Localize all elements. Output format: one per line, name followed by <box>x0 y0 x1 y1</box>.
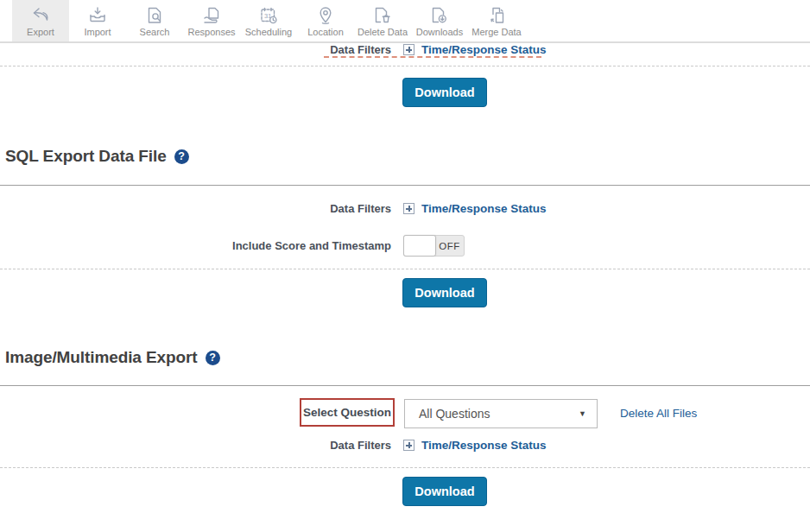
toolbar-item-location[interactable]: Location <box>297 0 354 41</box>
expand-plus-icon[interactable] <box>403 44 414 55</box>
download-button-csv[interactable]: Download <box>402 78 487 107</box>
annotation-dashed-underline <box>324 56 541 58</box>
filter-row-media: Data Filters Time/Response Status <box>0 439 810 452</box>
section-title-media: Image/Multimedia Export <box>5 348 198 367</box>
downloads-icon <box>428 4 451 26</box>
export-icon <box>29 4 52 26</box>
select-question-label: Select Question <box>303 406 391 419</box>
responses-icon <box>200 4 223 26</box>
toolbar-item-label: Delete Data <box>358 27 408 39</box>
expand-plus-icon[interactable] <box>403 440 414 451</box>
question-select-value: All Questions <box>419 407 490 421</box>
delete-data-icon <box>371 4 394 26</box>
location-icon <box>314 4 337 26</box>
toolbar-item-search[interactable]: Search <box>126 0 183 41</box>
data-filters-label: Data Filters <box>0 43 391 56</box>
merge-data-icon <box>485 4 508 26</box>
filter-row-csv: Data Filters Time/Response Status <box>0 43 810 56</box>
dashed-separator <box>0 269 810 269</box>
filter-row-sql: Data Filters Time/Response Status <box>0 202 810 215</box>
toolbar-item-label: Scheduling <box>245 27 292 39</box>
section-title-sql: SQL Export Data File <box>5 147 167 166</box>
question-select[interactable]: All Questions ▼ <box>404 399 598 428</box>
delete-all-files-link[interactable]: Delete All Files <box>620 407 697 420</box>
toolbar-item-label: Downloads <box>416 27 463 39</box>
toolbar: Export Import Search <box>0 0 810 43</box>
expand-plus-icon[interactable] <box>403 203 414 214</box>
data-filters-label: Data Filters <box>0 202 391 215</box>
toolbar-item-label: Merge Data <box>471 27 521 39</box>
section-separator <box>0 385 810 386</box>
toolbar-item-label: Search <box>140 27 170 39</box>
toolbar-item-export[interactable]: Export <box>12 0 69 41</box>
time-response-status-link[interactable]: Time/Response Status <box>421 202 547 215</box>
section-heading-sql: SQL Export Data File ? <box>5 145 189 168</box>
help-icon[interactable]: ? <box>206 351 220 365</box>
download-button-sql[interactable]: Download <box>402 278 487 307</box>
include-score-row: Include Score and Timestamp OFF <box>0 235 810 256</box>
toolbar-item-label: Responses <box>187 27 235 39</box>
help-icon[interactable]: ? <box>174 149 189 164</box>
import-icon <box>86 4 109 26</box>
toolbar-item-merge-data[interactable]: Merge Data <box>468 0 525 41</box>
chevron-down-icon: ▼ <box>579 409 586 418</box>
time-response-status-link[interactable]: Time/Response Status <box>421 439 547 452</box>
score-timestamp-toggle[interactable]: OFF <box>403 235 465 256</box>
dashed-separator <box>0 467 810 468</box>
toolbar-item-responses[interactable]: Responses <box>183 0 240 41</box>
toolbar-item-downloads[interactable]: Downloads <box>411 0 468 41</box>
scheduling-icon: 31 <box>257 4 280 26</box>
toolbar-item-label: Export <box>27 27 54 39</box>
toolbar-item-delete-data[interactable]: Delete Data <box>354 0 411 41</box>
toolbar-item-scheduling[interactable]: 31 Scheduling <box>240 0 297 41</box>
section-separator <box>0 185 810 186</box>
toggle-state-label: OFF <box>435 236 464 256</box>
select-question-highlight: Select Question <box>300 398 395 427</box>
section-heading-media: Image/Multimedia Export ? <box>5 346 220 369</box>
data-filters-label: Data Filters <box>0 439 391 452</box>
download-button-media[interactable]: Download <box>402 477 487 506</box>
dashed-separator <box>0 66 810 66</box>
time-response-status-link[interactable]: Time/Response Status <box>421 43 547 56</box>
toolbar-item-label: Location <box>307 27 344 39</box>
toolbar-item-label: Import <box>84 27 111 39</box>
search-icon <box>143 4 166 26</box>
include-score-label: Include Score and Timestamp <box>0 239 391 252</box>
toolbar-item-import[interactable]: Import <box>69 0 126 41</box>
toggle-knob[interactable] <box>403 235 436 256</box>
